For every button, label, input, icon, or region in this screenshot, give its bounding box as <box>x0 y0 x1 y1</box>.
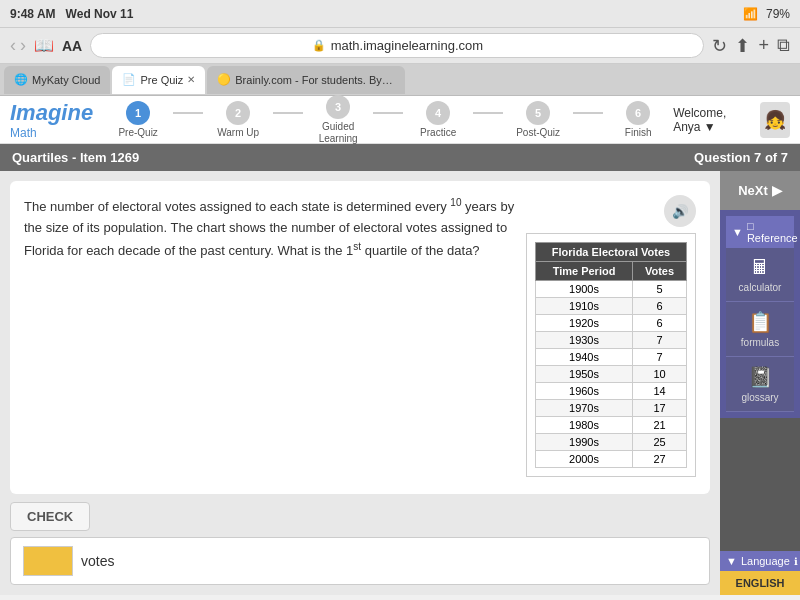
font-size-button[interactable]: AA <box>62 38 82 54</box>
reference-label: □ Reference <box>747 220 798 244</box>
cell-period: 1950s <box>536 366 633 383</box>
browser-actions: ↻ ⬆ + ⧉ <box>712 35 790 57</box>
share-button[interactable]: ⬆ <box>735 35 750 57</box>
cell-period: 1980s <box>536 417 633 434</box>
table-row: 1930s7 <box>536 332 687 349</box>
calculator-label: calculator <box>739 282 782 293</box>
calculator-tool[interactable]: 🖩 calculator <box>726 248 794 302</box>
progress-steps: 1 Pre-Quiz 2 Warm Up 3 Guided Learning 4… <box>103 95 673 145</box>
reference-header[interactable]: ▼ □ Reference <box>726 216 794 248</box>
step-post-quiz[interactable]: 5 Post-Quiz <box>503 101 573 139</box>
step-pre-quiz-label: Pre-Quiz <box>118 127 157 139</box>
tab-brainly[interactable]: 🟡 Brainly.com - For students. By student… <box>207 66 405 94</box>
table-row: 1950s10 <box>536 366 687 383</box>
step-finish[interactable]: 6 Finish <box>603 101 673 139</box>
answer-section: CHECK votes <box>10 502 710 585</box>
tabs-bar: 🌐 MyKaty Cloud 📄 Pre Quiz ✕ 🟡 Brainly.co… <box>0 64 800 96</box>
step-warm-up[interactable]: 2 Warm Up <box>203 101 273 139</box>
back-button[interactable]: ‹ <box>10 35 16 56</box>
cell-votes: 10 <box>633 366 687 383</box>
lock-icon: 🔒 <box>312 39 326 52</box>
step-pre-quiz[interactable]: 1 Pre-Quiz <box>103 101 173 139</box>
language-info-icon: ℹ <box>794 556 798 567</box>
language-header[interactable]: ▼ Language ℹ <box>720 551 800 571</box>
formulas-label: formulas <box>741 337 779 348</box>
next-button[interactable]: NeXt ▶ <box>720 171 800 210</box>
next-label: NeXt <box>738 183 768 198</box>
next-arrow-icon: ▶ <box>772 183 782 198</box>
prequiz-icon: 📄 <box>122 73 136 86</box>
step-practice-circle: 4 <box>426 101 450 125</box>
florida-table: Florida Electoral Votes Time Period Vote… <box>535 242 687 468</box>
tab-prequiz-close[interactable]: ✕ <box>187 74 195 85</box>
user-area[interactable]: Welcome, Anya ▼ 👧 <box>673 102 790 138</box>
table-row: 1940s7 <box>536 349 687 366</box>
superscript-10: 10 <box>450 197 461 208</box>
tab-mykaty-label: MyKaty Cloud <box>32 74 100 86</box>
url-text: math.imaginelearning.com <box>331 38 483 53</box>
system-time: 9:48 AM Wed Nov 11 <box>10 7 133 21</box>
table-row: 1900s5 <box>536 281 687 298</box>
question-text: The number of electoral votes assigned t… <box>24 195 516 480</box>
logo: Imagine Math <box>10 100 93 140</box>
step-finish-circle: 6 <box>626 101 650 125</box>
table-title: Florida Electoral Votes <box>536 243 687 262</box>
step-connector-3 <box>373 112 403 114</box>
step-guided-learning-label: Guided Learning <box>303 121 373 145</box>
table-row: 1920s6 <box>536 315 687 332</box>
tab-mykaty[interactable]: 🌐 MyKaty Cloud <box>4 66 110 94</box>
answer-row: votes <box>10 537 710 585</box>
glossary-label: glossary <box>741 392 778 403</box>
brainly-icon: 🟡 <box>217 73 231 86</box>
formulas-icon: 📋 <box>748 310 773 334</box>
table-row: 1980s21 <box>536 417 687 434</box>
superscript-st: st <box>353 241 361 252</box>
formulas-tool[interactable]: 📋 formulas <box>726 302 794 357</box>
reference-section: ▼ □ Reference 🖩 calculator 📋 formulas 📓 … <box>720 210 800 418</box>
glossary-tool[interactable]: 📓 glossary <box>726 357 794 412</box>
step-connector-5 <box>573 112 603 114</box>
system-bar: 9:48 AM Wed Nov 11 📶 79% <box>0 0 800 28</box>
cell-votes: 25 <box>633 434 687 451</box>
step-practice[interactable]: 4 Practice <box>403 101 473 139</box>
question-panel: The number of electoral votes assigned t… <box>0 171 720 595</box>
col-votes: Votes <box>633 262 687 281</box>
table-body: 1900s51910s61920s61930s71940s71950s10196… <box>536 281 687 468</box>
table-row: 1960s14 <box>536 383 687 400</box>
url-bar[interactable]: 🔒 math.imaginelearning.com <box>90 33 704 58</box>
step-practice-label: Practice <box>420 127 456 139</box>
step-connector-1 <box>173 112 203 114</box>
tab-prequiz[interactable]: 📄 Pre Quiz ✕ <box>112 66 205 94</box>
battery-indicator: 79% <box>766 7 790 21</box>
english-button[interactable]: ENGLISH <box>720 571 800 595</box>
new-tab-button[interactable]: + <box>758 35 769 56</box>
cell-period: 1960s <box>536 383 633 400</box>
table-row: 1990s25 <box>536 434 687 451</box>
cell-votes: 14 <box>633 383 687 400</box>
mykaty-icon: 🌐 <box>14 73 28 86</box>
step-guided-learning[interactable]: 3 Guided Learning <box>303 95 373 145</box>
step-warm-up-label: Warm Up <box>217 127 259 139</box>
nav-arrows: ‹ › <box>10 35 26 56</box>
audio-button[interactable]: 🔊 <box>664 195 696 227</box>
cell-period: 1970s <box>536 400 633 417</box>
col-time-period: Time Period <box>536 262 633 281</box>
cell-votes: 7 <box>633 332 687 349</box>
step-connector-2 <box>273 112 303 114</box>
tab-switcher-button[interactable]: ⧉ <box>777 35 790 56</box>
table-row: 1970s17 <box>536 400 687 417</box>
check-button[interactable]: CHECK <box>10 502 90 531</box>
step-connector-4 <box>473 112 503 114</box>
reference-chevron-icon: ▼ <box>732 226 743 238</box>
cell-votes: 5 <box>633 281 687 298</box>
reader-mode-icon[interactable]: 📖 <box>34 36 54 55</box>
cell-period: 1900s <box>536 281 633 298</box>
browser-nav-bar: ‹ › 📖 AA 🔒 math.imaginelearning.com ↻ ⬆ … <box>0 28 800 64</box>
cell-votes: 6 <box>633 298 687 315</box>
logo-math: Math <box>10 126 93 140</box>
reload-button[interactable]: ↻ <box>712 35 727 57</box>
tab-brainly-label: Brainly.com - For students. By students. <box>235 74 395 86</box>
answer-input[interactable] <box>23 546 73 576</box>
forward-button[interactable]: › <box>20 35 26 56</box>
question-box: The number of electoral votes assigned t… <box>10 181 710 494</box>
